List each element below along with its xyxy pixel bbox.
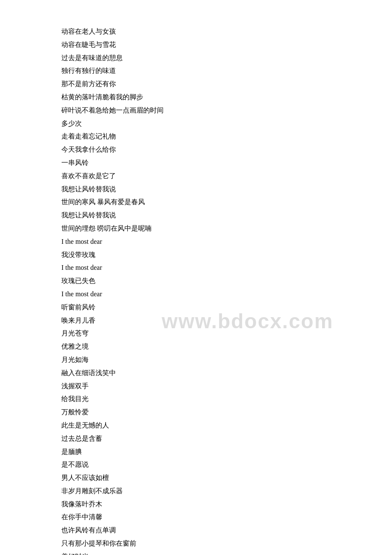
lyric-line: 月光苍穹 <box>61 327 331 340</box>
lyric-line: 走着走着忘记礼物 <box>61 130 331 143</box>
lyric-line: 男人不应该如檀 <box>61 472 331 484</box>
lyric-line: 我没带玫瑰 <box>61 249 331 261</box>
lyric-line: 枯黄的落叶清脆着我的脚步 <box>61 91 331 104</box>
lyric-line: 浅握双手 <box>61 380 331 393</box>
lyric-line: 是不愿说 <box>61 459 331 471</box>
lyric-line: 一串风铃 <box>61 157 331 169</box>
lyric-line: 玫瑰已失色 <box>61 275 331 287</box>
lyric-line: 是腼腆 <box>61 446 331 458</box>
lyric-line: 动容在睫毛与雪花 <box>61 39 331 51</box>
lyric-line: 碎叶说不着急给她一点画眉的时间 <box>61 104 331 117</box>
main-content: 动容在老人与女孩动容在睫毛与雪花过去是有味道的憩息独行有独行的味道那不是前方还有… <box>0 0 392 555</box>
lyric-line: 动容在老人与女孩 <box>61 26 331 38</box>
lyric-line: 只有那小提琴和你在窗前 <box>61 538 331 550</box>
lyric-line: 美好时光 <box>61 551 331 555</box>
lyric-line: 过去是有味道的憩息 <box>61 52 331 64</box>
lyric-line: 世间的埋怨 唠叨在风中是呢喃 <box>61 223 331 235</box>
lyric-line: 今天我拿什么给你 <box>61 144 331 156</box>
lyric-line: 我像落叶乔木 <box>61 498 331 511</box>
lyric-line: 月光如海 <box>61 354 331 366</box>
lyric-line: I the most dear <box>61 262 331 274</box>
lyric-line: 听窗前风铃 <box>61 301 331 314</box>
lyric-line: 我想让风铃替我说 <box>61 209 331 222</box>
lyric-line: I the most dear <box>61 236 331 248</box>
lyric-line: 融入在细语浅笑中 <box>61 367 331 379</box>
lyric-line: 那不是前方还有你 <box>61 78 331 90</box>
lyric-line: 也许风铃有点单调 <box>61 524 331 537</box>
lyric-line: I the most dear <box>61 288 331 301</box>
lyric-line: 独行有独行的味道 <box>61 65 331 77</box>
lyric-line: 给我目光 <box>61 393 331 405</box>
lyric-line: 此生是无憾的人 <box>61 419 331 432</box>
lyric-line: 在你手中清馨 <box>61 511 331 523</box>
lyric-line: 过去总是含蓄 <box>61 433 331 445</box>
lyric-line: 优雅之境 <box>61 341 331 353</box>
lyric-line: 世间的寒风 暴风有爱是春风 <box>61 196 331 208</box>
lyric-line: 万般怜爱 <box>61 406 331 419</box>
lyric-line: 喜欢不喜欢是它了 <box>61 170 331 182</box>
lyric-line: 多少次 <box>61 118 331 130</box>
lyric-line: 唤来月儿香 <box>61 315 331 327</box>
lyric-line: 我想让风铃替我说 <box>61 183 331 196</box>
lyric-line: 非岁月雕刻不成乐器 <box>61 485 331 497</box>
